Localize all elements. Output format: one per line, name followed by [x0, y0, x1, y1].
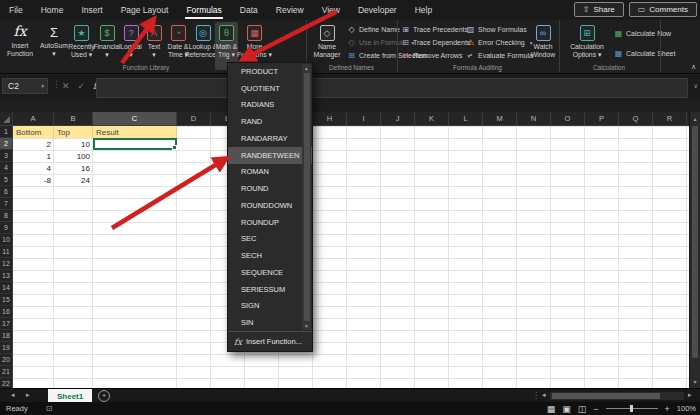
tab-scroll-splitter[interactable]: ⋮	[532, 391, 540, 400]
row-header-22[interactable]: 22	[0, 378, 13, 388]
row-header-12[interactable]: 12	[0, 258, 13, 270]
column-header-N[interactable]: N	[517, 112, 551, 126]
cancel-icon[interactable]: ✕	[62, 81, 70, 91]
cell-A5[interactable]: -8	[13, 174, 54, 186]
menu-item-sin[interactable]: SIN	[228, 314, 312, 331]
row-header-2[interactable]: 2	[0, 138, 13, 150]
row-header-16[interactable]: 16	[0, 306, 13, 318]
row-header-13[interactable]: 13	[0, 270, 13, 282]
cell-B4[interactable]: 16	[54, 162, 93, 174]
formula-input[interactable]	[96, 78, 688, 98]
name-box[interactable]: C2 ▾	[2, 78, 48, 94]
horizontal-scrollbar[interactable]	[550, 392, 684, 400]
column-header-M[interactable]: M	[483, 112, 517, 126]
ribbon-tab-page-layout[interactable]: Page Layout	[112, 0, 178, 20]
ribbon-tab-formulas[interactable]: Formulas	[177, 0, 230, 20]
selected-cell-C2[interactable]	[93, 138, 177, 150]
ribbon-tab-view[interactable]: View	[313, 0, 349, 20]
row-header-11[interactable]: 11	[0, 246, 13, 258]
column-header-C[interactable]: C	[93, 112, 177, 126]
menu-item-sec[interactable]: SEC	[228, 231, 312, 248]
column-header-H[interactable]: H	[313, 112, 347, 126]
worksheet-grid[interactable]: ABCDEFGHIJKLMNOPQRS123456789101112131415…	[0, 112, 689, 388]
menu-item-roundup[interactable]: ROUNDUP	[228, 214, 312, 231]
menu-item-randarray[interactable]: RANDARRAY	[228, 130, 312, 147]
new-sheet-icon[interactable]: +	[98, 390, 110, 402]
dropdown-scrollbar[interactable]: ▴ ▾	[302, 64, 311, 330]
select-all-corner[interactable]	[0, 112, 13, 126]
formula-bar-splitter[interactable]: ⋮	[52, 79, 61, 89]
menu-item-sech[interactable]: SECH	[228, 247, 312, 264]
formula-bar-expand-icon[interactable]: ∨	[694, 82, 698, 89]
column-header-A[interactable]: A	[13, 112, 54, 126]
sheet-cells-area[interactable]	[13, 126, 689, 388]
cell-A4[interactable]: 4	[13, 162, 54, 174]
row-header-6[interactable]: 6	[0, 186, 13, 198]
row-header-9[interactable]: 9	[0, 222, 13, 234]
menu-item-quotient[interactable]: QUOTIENT	[228, 80, 312, 97]
vertical-scrollbar[interactable]: ▴ ▾	[689, 112, 700, 388]
name-box-dropdown-icon[interactable]: ▾	[41, 83, 44, 89]
cell-B5[interactable]: 24	[54, 174, 93, 186]
column-header-Q[interactable]: Q	[619, 112, 653, 126]
collapse-ribbon-icon[interactable]: ∧	[691, 63, 696, 71]
evaluate-formula-button[interactable]: ◔Evaluate Formula	[466, 49, 533, 62]
menu-item-round[interactable]: ROUND	[228, 180, 312, 197]
cell-B1[interactable]: Top	[54, 126, 93, 138]
textbutton[interactable]: AText▾	[143, 22, 165, 70]
column-header-D[interactable]: D	[177, 112, 211, 126]
zoom-level[interactable]: 100%	[677, 404, 696, 413]
menu-item-sequence[interactable]: SEQUENCE	[228, 264, 312, 281]
accessibility-icon[interactable]: ⊡	[46, 404, 53, 413]
dropdown-scroll-up-icon[interactable]: ▴	[302, 65, 311, 71]
column-header-B[interactable]: B	[54, 112, 93, 126]
trace-precedents-button[interactable]: ⊞Trace Precedents	[401, 23, 470, 36]
row-header-3[interactable]: 3	[0, 150, 13, 162]
row-header-1[interactable]: 1	[0, 126, 13, 138]
column-header-O[interactable]: O	[551, 112, 585, 126]
column-header-P[interactable]: P	[585, 112, 619, 126]
ribbon-tab-home[interactable]: Home	[32, 0, 73, 20]
trace-dependents-button[interactable]: ⊟Trace Dependents	[401, 36, 470, 49]
row-header-20[interactable]: 20	[0, 354, 13, 366]
error-checking-button[interactable]: ⚠Error Checking▾	[466, 36, 533, 49]
logicalbutton[interactable]: ?Logical▾	[119, 22, 143, 70]
comments-button[interactable]: ▭ Comments	[629, 2, 697, 17]
insert-function-button[interactable]: fx InsertFunction	[2, 22, 38, 70]
name-manager-button[interactable]: ◇ NameManager	[310, 22, 344, 70]
menu-item-sign[interactable]: SIGN	[228, 298, 312, 315]
sheet-nav-right-icon[interactable]: ▸	[26, 391, 30, 399]
ribbon-tab-help[interactable]: Help	[406, 0, 441, 20]
row-header-8[interactable]: 8	[0, 210, 13, 222]
ribbon-tab-data[interactable]: Data	[231, 0, 267, 20]
column-header-L[interactable]: L	[449, 112, 483, 126]
lookup-button[interactable]: ◎Lookup &Reference ▾	[191, 22, 215, 70]
row-header-14[interactable]: 14	[0, 282, 13, 294]
vertical-scroll-thumb[interactable]	[692, 126, 698, 358]
watch-window-button[interactable]: ∞ WatchWindow	[528, 22, 558, 70]
cell-B2[interactable]: 10	[54, 138, 93, 150]
cell-A3[interactable]: 1	[13, 150, 54, 162]
sheet-nav-left-icon[interactable]: ◂	[11, 391, 15, 399]
row-header-4[interactable]: 4	[0, 162, 13, 174]
ribbon-tab-file[interactable]: File	[0, 0, 32, 20]
menu-item-product[interactable]: PRODUCT	[228, 63, 312, 80]
dropdown-scroll-down-icon[interactable]: ▾	[302, 323, 311, 329]
hscroll-left-icon[interactable]: ◂	[542, 391, 546, 399]
column-header-I[interactable]: I	[347, 112, 381, 126]
row-header-19[interactable]: 19	[0, 342, 13, 354]
calculate-now-button[interactable]: ▦ Calculate Now	[614, 27, 671, 40]
calculation-options-button[interactable]: ⊞ CalculationOptions ▾	[564, 22, 610, 70]
row-header-18[interactable]: 18	[0, 330, 13, 342]
cell-A1[interactable]: Bottom	[13, 126, 54, 138]
menu-item-roman[interactable]: ROMAN	[228, 164, 312, 181]
row-header-21[interactable]: 21	[0, 366, 13, 378]
page-layout-view-icon[interactable]: ▣	[562, 404, 571, 414]
zoom-out-icon[interactable]: −	[593, 404, 598, 414]
menu-item-rand[interactable]: RAND	[228, 113, 312, 130]
horizontal-scroll-thumb[interactable]	[552, 393, 660, 399]
menu-item-randbetween[interactable]: RANDBETWEEN	[228, 147, 312, 164]
row-header-17[interactable]: 17	[0, 318, 13, 330]
sheet-tab-active[interactable]: Sheet1	[48, 389, 92, 403]
normal-view-icon[interactable]: ▦	[547, 404, 556, 414]
